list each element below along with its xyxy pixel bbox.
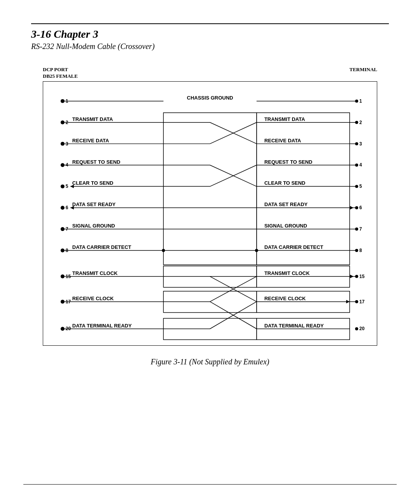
svg-text:5: 5 (66, 184, 68, 189)
top-rule (31, 23, 389, 24)
bottom-rule (23, 484, 397, 485)
svg-text:RECEIVE CLOCK: RECEIVE CLOCK (72, 295, 114, 301)
crossover-diagram: 1 CHASSIS GROUND 1 2 TRANSMIT DATA TRANS… (43, 81, 377, 346)
svg-text:TRANSMIT DATA: TRANSMIT DATA (72, 116, 113, 122)
svg-point-45 (61, 184, 65, 188)
chapter-heading: 3-16 Chapter 3 (31, 28, 389, 40)
svg-text:17: 17 (359, 299, 365, 304)
svg-text:REQUEST TO SEND: REQUEST TO SEND (72, 159, 121, 164)
svg-rect-8 (257, 113, 350, 265)
svg-text:15: 15 (359, 274, 365, 279)
svg-text:DATA CARRIER DETECT: DATA CARRIER DETECT (264, 244, 324, 250)
svg-text:DATA SET READY: DATA SET READY (72, 201, 116, 207)
svg-text:1: 1 (359, 98, 362, 104)
svg-text:4: 4 (359, 162, 362, 168)
svg-point-70 (355, 228, 358, 231)
svg-point-15 (355, 121, 358, 124)
svg-text:TRANSMIT CLOCK: TRANSMIT CLOCK (72, 270, 118, 276)
svg-point-51 (355, 185, 358, 188)
diagram-area: DCP PORT DB25 FEMALE TERMINAL (43, 66, 377, 366)
left-port-label: DCP PORT DB25 FEMALE (43, 66, 78, 80)
svg-point-72 (61, 248, 65, 252)
svg-point-0 (61, 99, 65, 103)
svg-point-31 (355, 163, 358, 166)
svg-rect-7 (163, 113, 256, 265)
svg-text:2: 2 (359, 120, 362, 125)
svg-point-23 (355, 142, 358, 145)
svg-point-93 (355, 275, 358, 278)
svg-text:20: 20 (359, 326, 365, 331)
svg-point-53 (61, 206, 65, 210)
svg-point-5 (355, 100, 358, 103)
svg-text:SIGNAL GROUND: SIGNAL GROUND (264, 223, 307, 229)
svg-text:REQUEST TO SEND: REQUEST TO SEND (264, 159, 313, 164)
svg-text:DATA TERMINAL READY: DATA TERMINAL READY (72, 322, 132, 328)
svg-text:5: 5 (359, 184, 362, 189)
svg-text:CHASSIS GROUND: CHASSIS GROUND (187, 95, 233, 101)
svg-text:DATA CARRIER DETECT: DATA CARRIER DETECT (72, 244, 131, 250)
svg-text:RECEIVE DATA: RECEIVE DATA (72, 137, 109, 143)
svg-text:8: 8 (359, 248, 362, 253)
svg-text:TRANSMIT DATA: TRANSMIT DATA (264, 116, 305, 122)
svg-text:RECEIVE CLOCK: RECEIVE CLOCK (264, 295, 306, 301)
figure-caption: Figure 3-11 (Not Supplied by Emulex) (43, 357, 377, 366)
svg-text:6: 6 (66, 205, 68, 210)
svg-text:6: 6 (359, 205, 362, 210)
svg-text:DATA TERMINAL READY: DATA TERMINAL READY (264, 322, 324, 328)
page: 3-16 Chapter 3 RS-232 Null-Modem Cable (… (0, 0, 420, 504)
svg-point-25 (61, 163, 65, 167)
svg-point-85 (61, 275, 65, 278)
svg-point-81 (355, 249, 358, 252)
svg-text:RECEIVE DATA: RECEIVE DATA (264, 137, 301, 143)
svg-point-103 (355, 300, 358, 303)
svg-point-113 (61, 327, 65, 331)
svg-point-17 (61, 142, 65, 145)
subtitle: RS-232 Null-Modem Cable (Crossover) (31, 42, 389, 51)
svg-text:CLEAR TO SEND: CLEAR TO SEND (264, 180, 306, 186)
svg-text:3: 3 (359, 141, 362, 146)
svg-point-61 (355, 206, 358, 209)
svg-text:SIGNAL GROUND: SIGNAL GROUND (72, 223, 115, 229)
svg-text:TRANSMIT CLOCK: TRANSMIT CLOCK (264, 270, 310, 276)
right-port-label: TERMINAL (349, 66, 377, 80)
svg-point-122 (355, 327, 358, 330)
svg-text:CLEAR TO SEND: CLEAR TO SEND (72, 180, 114, 186)
svg-point-9 (61, 121, 65, 124)
svg-text:DATA SET READY: DATA SET READY (264, 201, 308, 207)
svg-point-63 (61, 227, 65, 231)
svg-point-97 (61, 299, 65, 303)
svg-text:7: 7 (359, 226, 362, 232)
